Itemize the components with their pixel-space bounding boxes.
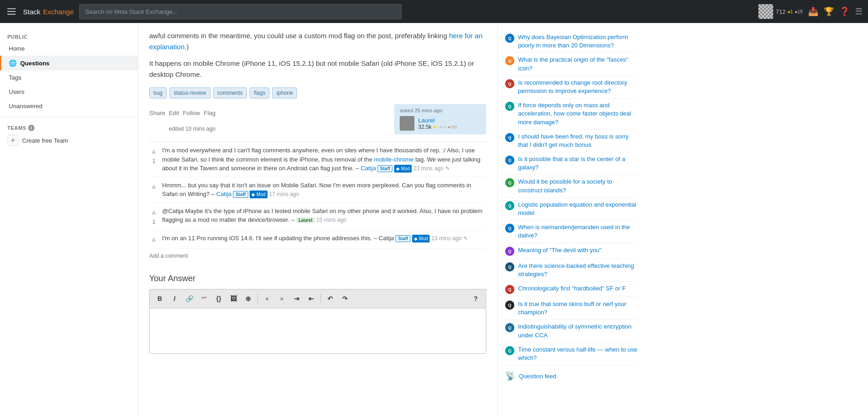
- related-link-8[interactable]: When is niemanden/jemanden used in the d…: [518, 223, 637, 240]
- related-link-3[interactable]: If force depends only on mass and accele…: [518, 101, 637, 127]
- related-icon-1: Q: [505, 56, 514, 65]
- sidebar-item-tags[interactable]: Tags: [0, 70, 138, 85]
- user-details: Laurel 32.5k ●6 ●56 ●131: [418, 117, 457, 130]
- user-rep-card: 32.5k ●6 ●56 ●131: [418, 124, 457, 130]
- related-item-13: Q Indistinguishability of symmetric encr…: [505, 320, 637, 342]
- search-input[interactable]: [79, 4, 402, 19]
- flag-link[interactable]: Flag: [204, 110, 216, 116]
- indent-button[interactable]: ⇥: [290, 292, 303, 305]
- question-feed[interactable]: 📡 Question feed: [505, 371, 637, 381]
- staff-badge-4: Staff: [396, 235, 410, 242]
- add-comment-button[interactable]: Add a comment: [149, 249, 486, 263]
- ul-button[interactable]: ≡: [275, 292, 288, 305]
- related-link-10[interactable]: Are there science-backed effective teach…: [518, 262, 637, 278]
- your-answer-section: Your Answer B I 🔗 “” {} 🖼 ⊕ ≡ ≡ ⇥ ⇤ ↶ ↷ …: [149, 274, 486, 354]
- quote-button[interactable]: “”: [198, 292, 210, 305]
- related-link-5[interactable]: Is it possible that a star is the center…: [518, 155, 637, 172]
- redo-button[interactable]: ↷: [338, 292, 351, 305]
- related-item-9: Q Meaning of "The devil with you": [505, 243, 637, 259]
- sidebar-item-home[interactable]: Home: [0, 41, 138, 56]
- user-info[interactable]: 712 ●1 ●19: [758, 4, 803, 19]
- post-link[interactable]: here for an explanation.: [149, 32, 483, 51]
- upvote-arrow-1[interactable]: ▲: [150, 146, 157, 157]
- italic-button[interactable]: I: [168, 292, 181, 305]
- right-sidebar: Q Why does Bayesian Optimization perform…: [497, 23, 645, 416]
- comment-author-1[interactable]: Catija: [361, 165, 376, 172]
- ol-button[interactable]: ≡: [261, 292, 274, 305]
- upvote-arrow-3[interactable]: ▲: [150, 207, 157, 218]
- follow-link[interactable]: Follow: [183, 110, 200, 116]
- sidebar-item-questions[interactable]: 🌐 Questions: [0, 56, 138, 70]
- bold-button[interactable]: B: [153, 292, 166, 305]
- tag-bug[interactable]: bug: [149, 87, 167, 98]
- tag-comments[interactable]: comments: [213, 87, 247, 98]
- comment-time-3: 15 mins ago: [316, 217, 346, 223]
- post-footer: Share Edit Follow Flag edited 10 mins ag…: [149, 104, 486, 134]
- avatar: [758, 4, 773, 19]
- related-icon-11: Q: [505, 285, 514, 294]
- related-link-11[interactable]: Chronologically first "hardboiled" SF or…: [518, 284, 626, 293]
- sidebar-item-unanswered[interactable]: Unanswered: [0, 99, 138, 113]
- related-link-6[interactable]: Would it be possible for a society to co…: [518, 178, 637, 194]
- related-link-13[interactable]: Indistinguishability of symmetric encryp…: [518, 323, 637, 339]
- related-link-1[interactable]: What is the practical origin of the "fas…: [518, 56, 637, 72]
- top-navigation: StackExchange 712 ●1 ●19 📥 🏆 ❓ ☰: [0, 0, 868, 23]
- related-link-4[interactable]: I should have been fired, my boss is sor…: [518, 133, 637, 149]
- left-sidebar: PUBLIC Home 🌐 Questions Tags Users Unans…: [0, 23, 138, 416]
- comment-author-2[interactable]: Catija: [216, 191, 232, 197]
- related-link-2[interactable]: Is recommended to change root directory …: [518, 79, 637, 95]
- share-link[interactable]: Share: [149, 110, 165, 116]
- create-team-button[interactable]: + Create free Team: [7, 131, 130, 150]
- inbox-icon[interactable]: 📥: [808, 6, 818, 17]
- mobile-chrome-link[interactable]: mobile-chrome: [374, 156, 414, 163]
- create-team-label: Create free Team: [22, 137, 68, 144]
- related-icon-5: Q: [505, 156, 514, 165]
- rss-icon: 📡: [505, 371, 515, 381]
- related-link-0[interactable]: Why does Bayesian Optimization perform p…: [518, 33, 637, 50]
- post-paragraph1: awful comments in the meantime, you coul…: [149, 30, 486, 52]
- help-icon[interactable]: ❓: [839, 6, 850, 17]
- related-link-12[interactable]: Is it true that some skins buff or nerf …: [518, 300, 637, 317]
- undo-button[interactable]: ↶: [324, 292, 337, 305]
- related-item-7: Q Logistic population equation and expon…: [505, 198, 637, 220]
- answer-editor[interactable]: [149, 308, 486, 354]
- editor-toolbar: B I 🔗 “” {} 🖼 ⊕ ≡ ≡ ⇥ ⇤ ↶ ↷ ?: [149, 289, 486, 308]
- edit-link[interactable]: Edit: [169, 110, 179, 116]
- upvote-arrow-2[interactable]: ▲: [150, 181, 157, 192]
- comment-edit-1[interactable]: ✎: [445, 165, 450, 172]
- related-icon-7: Q: [505, 201, 514, 210]
- site-logo[interactable]: StackExchange: [23, 8, 74, 16]
- edited-text: edited 10 mins ago: [169, 126, 216, 132]
- editor-help-button[interactable]: ?: [469, 292, 482, 305]
- outdent-button[interactable]: ⇤: [305, 292, 318, 305]
- related-link-7[interactable]: Logistic population equation and exponen…: [518, 201, 637, 217]
- more-icon[interactable]: ☰: [855, 6, 862, 17]
- image-button[interactable]: 🖼: [227, 292, 240, 305]
- teams-section: TEAMS i + Create free Team: [0, 121, 138, 153]
- comment-edit-4[interactable]: ✎: [463, 235, 468, 242]
- related-icon-0: Q: [505, 34, 514, 43]
- toolbar-sep-1: [257, 294, 258, 303]
- user-name[interactable]: Laurel: [418, 117, 457, 124]
- achievements-icon[interactable]: 🏆: [824, 6, 834, 17]
- tag-status-review[interactable]: status-review: [169, 87, 210, 98]
- more-button[interactable]: ⊕: [242, 292, 255, 305]
- upvote-arrow-4[interactable]: ▲: [150, 234, 157, 245]
- code-button[interactable]: {}: [212, 292, 225, 305]
- laurel-badge: Laurel: [296, 217, 315, 223]
- question-feed-label: Question feed: [519, 373, 556, 380]
- sidebar-item-users[interactable]: Users: [0, 85, 138, 99]
- related-icon-10: Q: [505, 262, 514, 272]
- tag-iphone[interactable]: iphone: [272, 87, 297, 98]
- comment-2: ▲ Hmmm... but you say that it isn't an i…: [149, 177, 486, 203]
- comment-body-2: Hmmm... but you say that it isn't an iss…: [162, 181, 486, 199]
- tags-container: bug status-review comments flags iphone: [149, 87, 486, 98]
- related-link-14[interactable]: Time constant versus half-life — when to…: [518, 346, 637, 362]
- related-link-9[interactable]: Meaning of "The devil with you": [518, 246, 601, 254]
- home-label: Home: [9, 45, 25, 52]
- link-button[interactable]: 🔗: [183, 292, 196, 305]
- tag-flags[interactable]: flags: [250, 87, 269, 98]
- hamburger-menu[interactable]: [6, 6, 17, 17]
- teams-info-icon[interactable]: i: [28, 125, 35, 131]
- users-label: Users: [9, 88, 24, 95]
